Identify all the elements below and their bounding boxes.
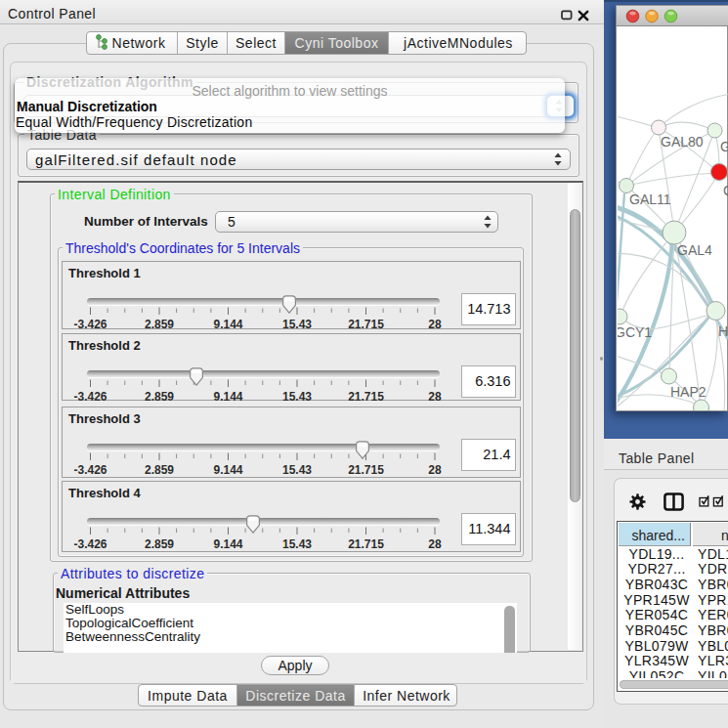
svg-text:GAL11: GAL11 <box>629 192 671 207</box>
svg-text:H: H <box>718 323 728 339</box>
svg-text:GA: GA <box>720 139 728 154</box>
svg-text:GAL80: GAL80 <box>661 134 704 150</box>
svg-text:C: C <box>723 183 728 198</box>
svg-text:GAL4: GAL4 <box>677 242 712 258</box>
svg-text:GCY1: GCY1 <box>618 324 652 340</box>
svg-text:HAP2: HAP2 <box>670 384 707 400</box>
